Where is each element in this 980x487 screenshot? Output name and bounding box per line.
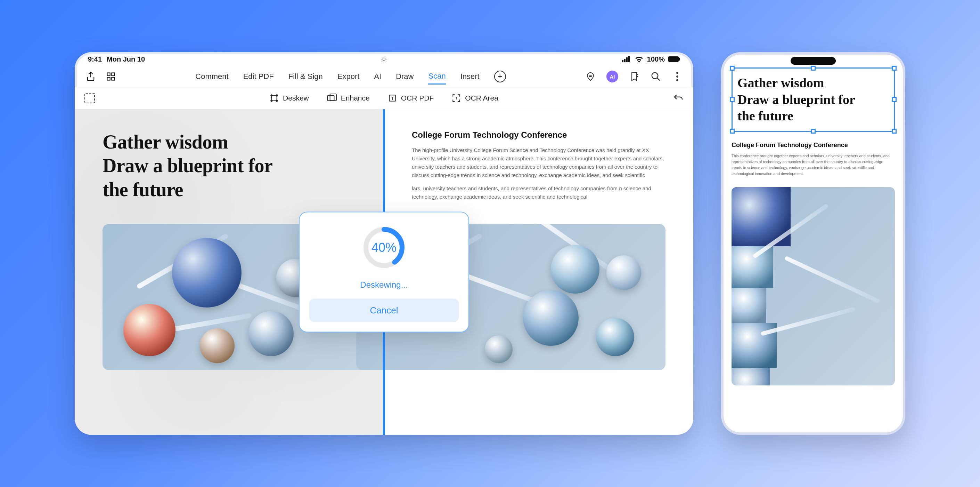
svg-rect-2 [624, 59, 625, 62]
doc-para2: lars, university teachers and students, … [412, 184, 665, 201]
svg-point-17 [676, 72, 678, 74]
ocr-area-label: OCR Area [465, 94, 498, 102]
resize-handle[interactable] [811, 129, 816, 134]
svg-rect-10 [111, 77, 115, 80]
tab-edit-pdf[interactable]: Edit PDF [243, 69, 274, 84]
ai-badge[interactable]: AI [606, 70, 618, 83]
phone-body: This conference brought together experts… [732, 153, 895, 177]
document-viewport[interactable]: Gather wisdom Draw a blueprint for the f… [75, 109, 693, 435]
grid-icon[interactable] [105, 71, 116, 82]
doc-title-line3: the future [102, 178, 356, 201]
phone-title-line1: Gather wisdom [737, 75, 889, 91]
phone-device: Gather wisdom Draw a blueprint for the f… [721, 52, 905, 435]
svg-rect-4 [628, 56, 630, 62]
tab-export[interactable]: Export [337, 69, 360, 84]
tab-fill-sign[interactable]: Fill & Sign [288, 69, 323, 84]
progress-ring: 40% [361, 225, 407, 270]
svg-rect-20 [272, 95, 277, 101]
scan-subtoolbar: Deskew Enhance T OCR PDF T OCR Area [75, 87, 693, 109]
wifi-icon [635, 56, 644, 62]
battery-percent: 100% [647, 55, 665, 63]
phone-heading: College Forum Technology Conference [732, 142, 895, 149]
svg-point-22 [276, 94, 278, 96]
ocr-pdf-label: OCR PDF [401, 94, 434, 102]
svg-line-16 [657, 78, 660, 81]
progress-modal: 40% Deskewing... Cancel [299, 212, 469, 332]
phone-doc-title: Gather wisdom Draw a blueprint for the f… [737, 75, 889, 125]
bookmark-icon[interactable] [628, 71, 640, 82]
svg-point-19 [676, 79, 678, 81]
resize-handle[interactable] [730, 97, 735, 102]
resize-handle[interactable] [730, 66, 735, 70]
status-bar: 9:41 Mon Jun 10 100% [75, 52, 693, 66]
add-tab-button[interactable]: + [494, 70, 506, 83]
share-icon[interactable] [85, 71, 96, 82]
ocr-pdf-button[interactable]: T OCR PDF [388, 94, 434, 103]
brightness-icon [380, 55, 388, 63]
undo-icon[interactable] [673, 93, 684, 103]
eyedropper-icon[interactable] [585, 71, 596, 82]
tab-comment[interactable]: Comment [195, 69, 228, 84]
svg-point-21 [271, 94, 272, 96]
doc-heading: College Forum Technology Conference [412, 130, 665, 140]
resize-handle[interactable] [892, 129, 897, 134]
svg-rect-1 [622, 60, 624, 62]
battery-icon [668, 56, 680, 62]
svg-rect-25 [327, 95, 334, 101]
svg-point-0 [383, 58, 385, 60]
svg-text:T: T [391, 96, 394, 101]
svg-text:T: T [455, 96, 458, 100]
svg-rect-3 [626, 57, 628, 62]
doc-title: Gather wisdom Draw a blueprint for the f… [102, 130, 356, 201]
resize-handle[interactable] [811, 66, 816, 70]
svg-rect-9 [107, 77, 110, 80]
doc-title-line2: Draw a blueprint for [102, 154, 356, 177]
search-icon[interactable] [650, 71, 661, 82]
main-toolbar: Comment Edit PDF Fill & Sign Export AI D… [75, 66, 693, 87]
svg-point-18 [676, 75, 678, 78]
enhance-button[interactable]: Enhance [327, 94, 370, 103]
svg-point-15 [652, 73, 658, 79]
svg-rect-8 [111, 73, 115, 76]
phone-title-line2: Draw a blueprint for [737, 91, 889, 108]
ocr-area-button[interactable]: T OCR Area [452, 94, 498, 103]
resize-handle[interactable] [892, 97, 897, 102]
doc-title-line1: Gather wisdom [102, 130, 356, 154]
phone-image [732, 187, 895, 385]
phone-selection-box[interactable]: Gather wisdom Draw a blueprint for the f… [732, 67, 895, 132]
deskew-label: Deskew [283, 94, 309, 102]
status-time: 9:41 [88, 55, 102, 63]
more-icon[interactable] [672, 71, 683, 82]
deskew-button[interactable]: Deskew [270, 94, 309, 103]
signal-icon [622, 56, 631, 62]
progress-percent: 40% [361, 225, 407, 270]
selection-tool-icon[interactable] [84, 93, 95, 103]
resize-handle[interactable] [730, 129, 735, 134]
enhance-label: Enhance [341, 94, 370, 102]
tablet-device: 9:41 Mon Jun 10 100% Comment Edit PDF Fi… [75, 52, 693, 435]
svg-rect-26 [330, 94, 336, 101]
progress-status: Deskewing... [360, 280, 408, 290]
phone-title-line3: the future [737, 108, 889, 125]
resize-handle[interactable] [892, 66, 897, 70]
svg-point-24 [276, 100, 278, 101]
doc-para1: The high-profile University College Foru… [412, 146, 665, 179]
svg-point-23 [271, 100, 272, 101]
status-date: Mon Jun 10 [107, 55, 145, 63]
svg-rect-5 [668, 56, 679, 62]
svg-rect-7 [107, 73, 110, 76]
tab-ai[interactable]: AI [374, 69, 381, 84]
svg-rect-6 [679, 58, 680, 61]
cancel-button[interactable]: Cancel [309, 299, 459, 322]
tab-draw[interactable]: Draw [396, 69, 414, 84]
phone-notch [791, 57, 836, 65]
tab-scan[interactable]: Scan [428, 69, 445, 85]
tab-insert[interactable]: Insert [460, 69, 480, 84]
